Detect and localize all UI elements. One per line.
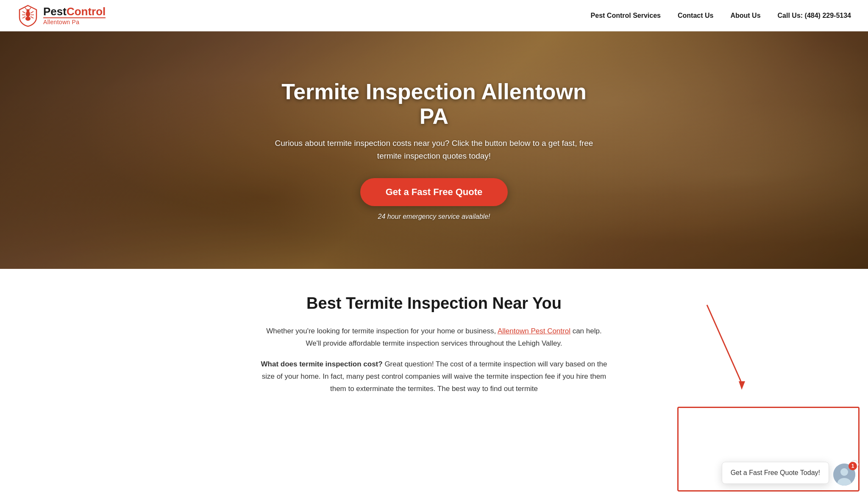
hero-subtitle: Curious about termite inspection costs n… <box>273 137 595 163</box>
nav-call[interactable]: Call Us: (484) 229-5134 <box>778 12 851 20</box>
paragraph-1: Whether you're looking for termite inspe… <box>260 325 608 350</box>
nav-services[interactable]: Pest Control Services <box>591 12 661 20</box>
hero-content: Termite Inspection Allentown PA Curious … <box>264 80 604 220</box>
svg-line-3 <box>22 11 25 13</box>
svg-point-1 <box>25 17 31 21</box>
section-title: Best Termite Inspection Near You <box>260 294 608 313</box>
svg-line-10 <box>29 8 31 10</box>
svg-line-11 <box>707 305 741 381</box>
logo[interactable]: PestControl Allentown Pa <box>17 5 106 27</box>
svg-line-5 <box>22 17 25 18</box>
hero-emergency-text: 24 hour emergency service available! <box>273 213 595 221</box>
content-section: Best Termite Inspection Near You Whether… <box>243 269 625 420</box>
svg-marker-12 <box>739 381 745 390</box>
hero-title: Termite Inspection Allentown PA <box>273 80 595 128</box>
nav-about[interactable]: About Us <box>730 12 760 20</box>
svg-line-9 <box>25 8 27 10</box>
paragraph-2: What does termite inspection cost? Great… <box>260 358 608 395</box>
header: PestControl Allentown Pa Pest Control Se… <box>0 0 868 31</box>
logo-text: PestControl Allentown Pa <box>43 6 106 26</box>
logo-name: PestControl <box>43 6 106 18</box>
hero-cta-button[interactable]: Get a Fast Free Quote <box>360 178 508 206</box>
navigation: Pest Control Services Contact Us About U… <box>591 12 851 20</box>
svg-line-8 <box>31 17 33 18</box>
logo-sub: Allentown Pa <box>43 17 106 25</box>
annotation-arrow <box>656 296 783 415</box>
hero-section: Termite Inspection Allentown PA Curious … <box>0 31 868 269</box>
annotation-box <box>677 407 860 420</box>
paragraph-2-bold: What does termite inspection cost? <box>261 360 383 368</box>
allentown-link[interactable]: Allentown Pest Control <box>498 327 570 335</box>
nav-contact[interactable]: Contact Us <box>678 12 713 20</box>
svg-line-6 <box>31 11 33 13</box>
logo-icon <box>17 5 39 27</box>
